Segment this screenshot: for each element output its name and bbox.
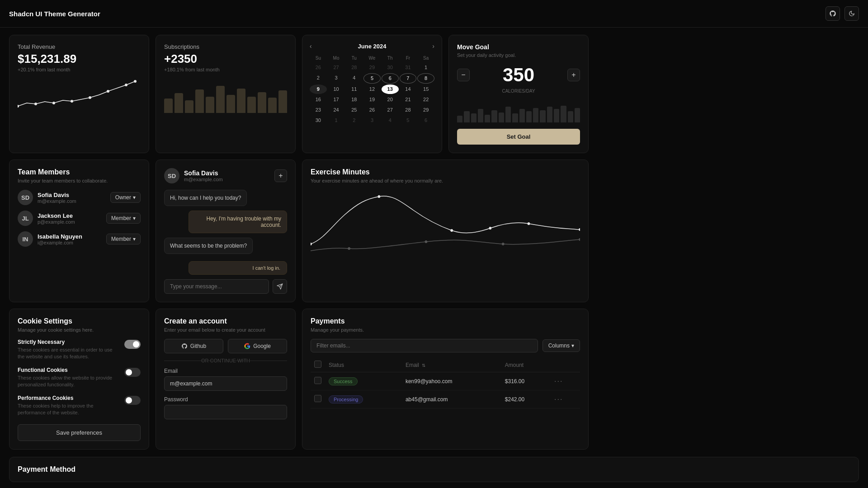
- filter-emails-input[interactable]: [311, 339, 538, 352]
- create-account-title: Create an account: [164, 317, 287, 325]
- send-message-btn[interactable]: [273, 279, 287, 294]
- calendar-header: ‹ June 2024 ›: [310, 42, 434, 50]
- calendar-day[interactable]: 11: [345, 84, 363, 94]
- calendar-day[interactable]: 1: [328, 116, 345, 125]
- calendar-day[interactable]: 1: [417, 63, 434, 72]
- github-small-icon: [181, 343, 188, 349]
- cookie-row: Functional Cookies These cookies allow t…: [18, 367, 141, 389]
- calendar-day[interactable]: 22: [417, 95, 434, 104]
- password-field[interactable]: [164, 405, 287, 419]
- move-bar: [485, 115, 490, 123]
- calories-plus-btn[interactable]: +: [567, 69, 580, 81]
- calories-minus-btn[interactable]: −: [457, 69, 470, 81]
- calendar-day[interactable]: 19: [363, 95, 381, 104]
- calendar-day[interactable]: 29: [417, 105, 434, 115]
- cookie-toggle[interactable]: [124, 396, 141, 405]
- chat-message-input[interactable]: [164, 279, 269, 294]
- move-goal-chart: [457, 100, 580, 122]
- chat-header: SD Sofia Davis m@example.com +: [164, 168, 287, 183]
- calendar-day[interactable]: 23: [310, 105, 327, 115]
- calendar-day[interactable]: 12: [363, 84, 381, 94]
- columns-btn[interactable]: Columns ▾: [542, 339, 580, 352]
- google-oauth-btn[interactable]: Google: [228, 339, 287, 353]
- save-preferences-btn[interactable]: Save preferences: [18, 424, 141, 441]
- calendar-day-label: Sa: [417, 54, 434, 62]
- sub-bar: [278, 90, 287, 113]
- github-oauth-btn[interactable]: Github: [164, 339, 223, 353]
- select-all-checkbox[interactable]: [314, 361, 321, 368]
- row-checkbox[interactable]: [314, 395, 321, 402]
- calendar-day[interactable]: 28: [400, 105, 417, 115]
- calendar-day[interactable]: 21: [400, 95, 417, 104]
- calendar-day[interactable]: 24: [328, 105, 345, 115]
- payment-method-title: Payment Method: [18, 465, 850, 474]
- cookie-description: These cookies allow the website to provi…: [18, 375, 120, 389]
- columns-label: Columns: [548, 343, 570, 349]
- calendar-day[interactable]: 5: [400, 116, 417, 125]
- calendar-day[interactable]: 20: [382, 95, 399, 104]
- calendar-day[interactable]: 6: [382, 73, 399, 84]
- calendar-day[interactable]: 15: [417, 84, 434, 94]
- list-item: SD Sofia Davis m@example.com Owner ▾: [18, 190, 141, 205]
- table-header-checkbox: [311, 358, 325, 372]
- payments-toolbar: Columns ▾: [311, 339, 580, 352]
- table-header-amount: Amount: [501, 358, 551, 372]
- calendar-day[interactable]: 27: [382, 105, 399, 115]
- set-goal-btn[interactable]: Set Goal: [457, 129, 580, 145]
- sub-bar: [216, 86, 225, 113]
- row-more-btn[interactable]: ···: [554, 395, 563, 404]
- calendar-day[interactable]: 8: [417, 73, 434, 84]
- svg-point-15: [579, 228, 580, 231]
- chat-user-email: m@example.com: [184, 177, 223, 182]
- calendar-day[interactable]: 4: [382, 116, 399, 125]
- revenue-card: Total Revenue $15,231.89 +20.1% from las…: [9, 35, 149, 153]
- oauth-buttons: Github Google: [164, 339, 287, 353]
- calendar-day[interactable]: 26: [310, 63, 327, 72]
- calendar-day[interactable]: 9: [310, 84, 327, 94]
- theme-toggle-btn[interactable]: [844, 6, 859, 21]
- cookie-toggle[interactable]: [124, 340, 141, 349]
- calendar-day[interactable]: 17: [328, 95, 345, 104]
- calendar-day[interactable]: 3: [363, 116, 381, 125]
- calendar-prev-btn[interactable]: ‹: [310, 42, 312, 50]
- calendar-day[interactable]: 26: [363, 105, 381, 115]
- sub-bar: [164, 99, 173, 113]
- table-header-actions: [551, 358, 580, 372]
- calendar-day[interactable]: 13: [382, 84, 399, 94]
- google-oauth-label: Google: [253, 343, 271, 349]
- calendar-day[interactable]: 6: [417, 116, 434, 125]
- move-bar: [512, 113, 518, 122]
- calendar-day[interactable]: 16: [310, 95, 327, 104]
- password-field-label: Password: [164, 396, 287, 403]
- calendar-day[interactable]: 2: [345, 116, 363, 125]
- calendar-day[interactable]: 7: [400, 73, 417, 84]
- calendar-day[interactable]: 29: [363, 63, 381, 72]
- row-more-btn[interactable]: ···: [554, 377, 563, 385]
- row-checkbox[interactable]: [314, 377, 321, 384]
- sub-bar: [175, 93, 183, 113]
- cookie-toggle[interactable]: [124, 368, 141, 377]
- calendar-day[interactable]: 3: [328, 73, 345, 84]
- calendar-day[interactable]: 28: [345, 63, 363, 72]
- calendar-day[interactable]: 5: [363, 73, 381, 84]
- chat-add-btn[interactable]: +: [274, 169, 287, 182]
- calendar-day[interactable]: 31: [400, 63, 417, 72]
- calendar-day[interactable]: 14: [400, 84, 417, 94]
- cookie-row: Performance Cookies These cookies help t…: [18, 395, 141, 417]
- calendar-day[interactable]: 2: [310, 73, 327, 84]
- role-selector[interactable]: Owner ▾: [110, 192, 141, 203]
- calendar-day[interactable]: 10: [328, 84, 345, 94]
- role-selector[interactable]: Member ▾: [106, 234, 141, 244]
- member-email: m@example.com: [38, 198, 106, 204]
- calendar-day[interactable]: 30: [310, 116, 327, 125]
- calendar-day[interactable]: 4: [345, 73, 363, 84]
- github-icon-btn[interactable]: [826, 6, 840, 21]
- calendar-day[interactable]: 27: [328, 63, 345, 72]
- calendar-next-btn[interactable]: ›: [432, 42, 434, 50]
- role-selector[interactable]: Member ▾: [106, 213, 141, 224]
- calendar-day[interactable]: 25: [345, 105, 363, 115]
- calendar-day[interactable]: 18: [345, 95, 363, 104]
- email-field[interactable]: [164, 376, 287, 391]
- calendar-day[interactable]: 30: [382, 63, 399, 72]
- chat-user: SD Sofia Davis m@example.com: [164, 168, 223, 183]
